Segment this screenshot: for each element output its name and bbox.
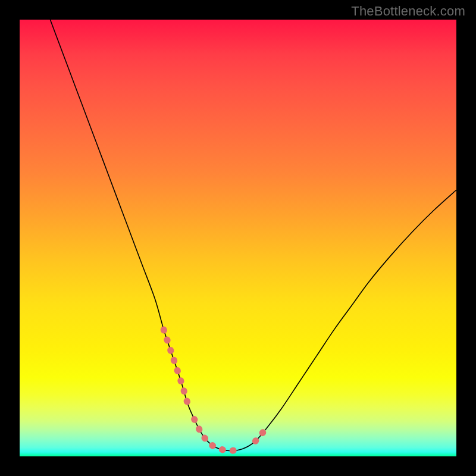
watermark-text: TheBottleneck.com — [351, 4, 465, 19]
chart-svg — [20, 20, 456, 456]
chart-plot-area — [20, 20, 456, 456]
main-curve — [50, 20, 456, 451]
marker-valley — [195, 419, 243, 451]
